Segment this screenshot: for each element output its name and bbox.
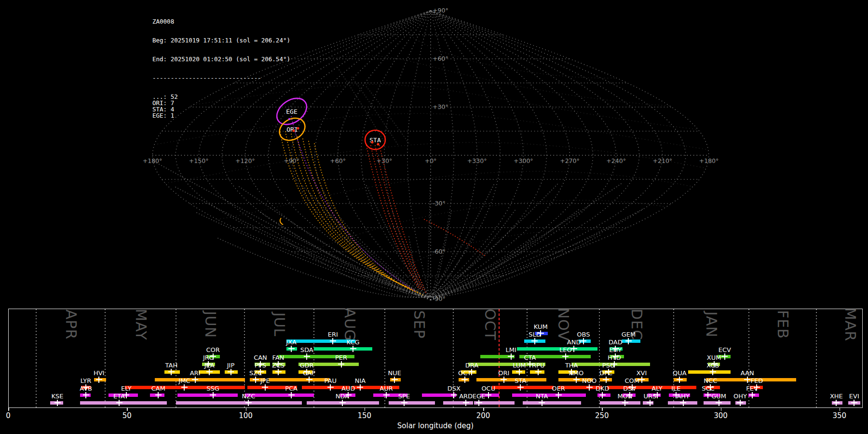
shower-label-NOO: NOO	[582, 377, 597, 384]
shower-label-EGE: EGE	[473, 393, 486, 400]
shower-peak-marker	[657, 392, 658, 398]
shower-label-TAH: TAH	[165, 362, 178, 369]
axis-tick-label: 350	[832, 411, 846, 420]
axis-tick-label: 50	[122, 411, 132, 420]
lon-label: +0°	[425, 157, 437, 164]
shower-label-HYD: HYD	[608, 354, 621, 361]
shower-label-OBS: OBS	[577, 331, 590, 338]
shower-peak-marker	[488, 392, 489, 398]
shower-peak-marker	[529, 361, 530, 367]
month-boundary-line	[313, 309, 314, 407]
shower-label-LUM: LUM	[513, 362, 526, 369]
shower-peak-marker	[628, 338, 629, 344]
shower-peak-marker	[57, 400, 58, 406]
shower-label-EVI: EVI	[849, 393, 859, 400]
shower-peak-marker	[471, 369, 472, 375]
month-boundary-line	[36, 309, 37, 407]
shower-peak-marker	[341, 361, 342, 367]
shower-label-GUM: GUM	[711, 393, 726, 400]
shower-label-LMI: LMI	[505, 346, 516, 353]
month-label: MAR	[841, 308, 858, 341]
month-label: MAY	[132, 309, 149, 340]
shower-peak-marker	[538, 369, 539, 375]
shower-label-ETA: ETA	[113, 393, 125, 400]
shower-label-NUE: NUE	[388, 369, 401, 377]
month-label: AUG	[341, 308, 358, 341]
shower-label-LYR: LYR	[81, 377, 92, 384]
month-boundary-line	[748, 309, 749, 407]
shower-peak-marker	[360, 384, 361, 391]
shower-peak-marker	[453, 392, 454, 398]
shower-label-PSU: PSU	[602, 362, 615, 369]
meteor-counts: ...: 52ORI: 7STA: 4EGE: 1	[152, 94, 290, 119]
shower-label-OCT: OCT	[458, 369, 471, 377]
axis-tick	[721, 408, 722, 411]
separator-line: ------------------------------	[152, 75, 290, 81]
shower-label-CAM: CAM	[151, 385, 165, 392]
shower-label-OHY: OHY	[733, 393, 747, 400]
shower-bar-ARI	[155, 378, 245, 381]
shower-label-LEO: LEO	[559, 346, 572, 353]
month-boundary-line	[673, 309, 674, 407]
shower-label-SSG: SSG	[206, 385, 219, 392]
shower-label-MON: MON	[617, 393, 632, 400]
shower-label-DRA: DRA	[465, 362, 478, 369]
shower-label-SPE: SPE	[398, 393, 410, 400]
shower-bar-KCG	[314, 347, 372, 351]
shower-peak-marker	[464, 377, 465, 383]
shower-peak-marker	[209, 369, 210, 375]
shower-label-XVI: XVI	[637, 369, 647, 377]
svg-text:ORI: ORI	[286, 126, 298, 133]
shower-peak-marker	[534, 338, 535, 344]
shower-peak-marker	[184, 384, 185, 391]
shower-peak-marker	[503, 377, 504, 383]
lon-label: +90°	[284, 157, 299, 164]
shower-peak-marker	[683, 400, 684, 406]
shower-peak-marker	[520, 384, 521, 391]
shower-label-CTA: CTA	[524, 354, 536, 361]
axis-tick-label: 300	[714, 411, 728, 420]
shower-label-ERI: ERI	[328, 331, 338, 338]
shower-label-ORI: ORI	[498, 369, 509, 377]
axis-tick	[246, 408, 247, 411]
shower-peak-marker	[602, 392, 603, 398]
shower-label-COR: COR	[206, 346, 219, 353]
shower-peak-marker	[583, 338, 584, 344]
shower-peak-marker	[171, 369, 172, 375]
shower-label-EHY: EHY	[609, 346, 622, 353]
begin-time: Beg: 20251019 17:51:11 (sol = 206.24°)	[152, 37, 290, 43]
shower-label-JPE: JPE	[260, 377, 270, 384]
shower-peak-marker	[707, 392, 708, 398]
shower-bar-OER	[512, 393, 586, 397]
shower-peak-marker	[98, 377, 99, 383]
shower-peak-marker	[353, 346, 353, 352]
shower-label-SZC: SZC	[249, 369, 262, 377]
shower-bar-SPE	[389, 401, 435, 405]
shower-label-NZC: NZC	[242, 393, 256, 400]
shower-peak-marker	[306, 353, 307, 360]
shower-peak-marker	[719, 400, 719, 406]
shower-label-AAN: AAN	[741, 369, 754, 377]
axis-tick	[365, 408, 366, 411]
month-boundary-line	[816, 309, 817, 407]
meteor-station-screen: { "info": { "station": "ZA0008", "beg": …	[0, 0, 868, 434]
shower-label-DKD: DKD	[596, 385, 610, 392]
shower-peak-marker	[119, 400, 120, 406]
shower-label-DAD: DAD	[609, 339, 623, 346]
shower-label-ECV: ECV	[719, 346, 731, 353]
shower-label-JXA: JXA	[286, 339, 297, 346]
lat-label: +30°	[433, 103, 448, 110]
month-boundary-line	[176, 309, 176, 407]
shower-label-CAN: CAN	[254, 354, 267, 361]
shower-peak-marker	[342, 400, 343, 406]
shower-label-URS: URS	[643, 393, 656, 400]
shower-peak-marker	[158, 392, 159, 398]
axis-tick-label: 200	[476, 411, 490, 420]
shower-label-JIP: JIP	[227, 362, 235, 369]
shower-peak-marker	[394, 377, 395, 383]
shower-label-OCU: OCU	[481, 385, 495, 392]
lat-label: -60°	[433, 248, 446, 255]
shower-peak-marker	[291, 346, 292, 352]
month-label: FEB	[774, 310, 791, 339]
shower-peak-marker	[624, 400, 625, 406]
